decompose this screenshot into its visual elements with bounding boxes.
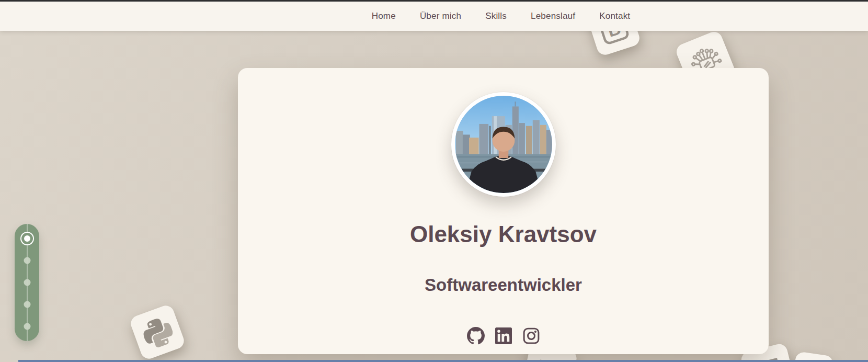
avatar-photo [455,96,552,193]
nav-item-kontakt[interactable]: Kontakt [599,11,630,21]
top-border-line [0,0,868,2]
hero-name: Oleksiy Kravtsov [410,223,597,246]
main-navbar: Home Über mich Skills Lebenslauf Kontakt [0,2,868,31]
github-link[interactable] [467,327,485,345]
hero-card: Oleksiy Kravtsov Softwareentwickler [238,68,769,354]
page: B [0,0,868,362]
python-icon [139,313,176,351]
sticker-python [129,303,186,361]
scroll-dot-5[interactable] [24,323,30,330]
linkedin-icon [495,327,512,344]
linkedin-link[interactable] [495,327,512,345]
nav-item-skills[interactable]: Skills [485,11,507,21]
nav-item-ueber-mich[interactable]: Über mich [420,11,461,21]
social-links-row [467,327,540,345]
avatar [451,92,556,197]
scroll-dot-home-active[interactable] [24,235,30,242]
scroll-dot-4[interactable] [24,301,30,308]
instagram-link[interactable] [522,327,540,345]
scroll-dot-3[interactable] [24,279,30,286]
section-scroll-indicator [15,224,39,341]
hero-role: Softwareentwickler [425,276,582,293]
bottom-accent-strip [18,360,868,362]
nav-item-home[interactable]: Home [372,11,396,21]
instagram-icon [522,327,540,345]
nav-item-lebenslauf[interactable]: Lebenslauf [531,11,575,21]
github-icon [467,327,485,345]
scroll-dot-2[interactable] [24,257,30,264]
